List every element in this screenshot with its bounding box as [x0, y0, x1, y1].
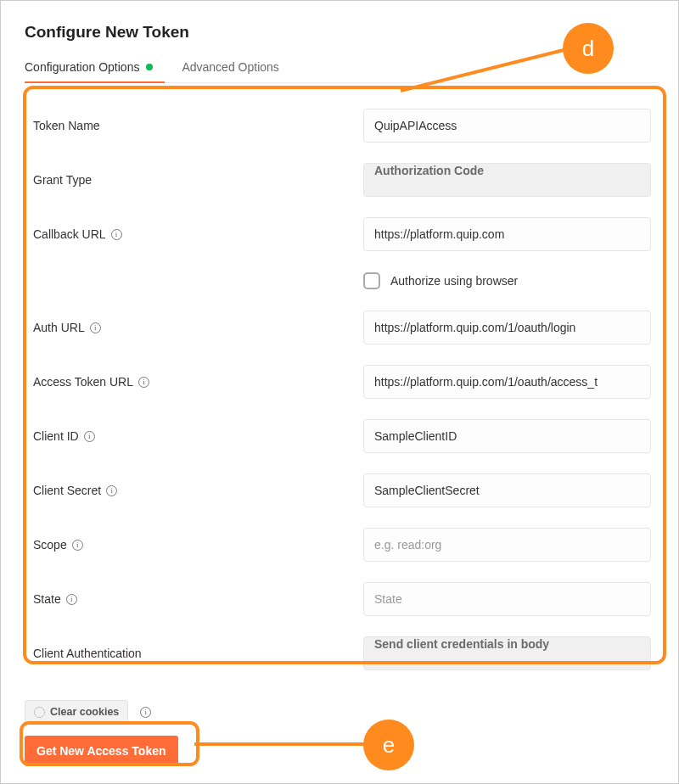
tab-configuration-options[interactable]: Configuration Options	[25, 53, 165, 82]
info-icon[interactable]: i	[140, 707, 151, 718]
info-icon[interactable]: i	[84, 431, 95, 442]
access-token-url-input[interactable]	[363, 365, 651, 399]
tabs-bar: Configuration Options Advanced Options	[25, 53, 658, 83]
scope-label: Scope i	[28, 538, 363, 552]
client-secret-label: Client Secret i	[28, 484, 363, 497]
label-text: Access Token URL	[33, 375, 133, 389]
checkbox-icon	[363, 272, 380, 289]
annotation-badge-e: e	[363, 720, 414, 770]
info-icon[interactable]: i	[106, 485, 117, 496]
scope-input[interactable]	[363, 528, 651, 562]
get-new-access-token-button[interactable]: Get New Access Token	[25, 736, 178, 766]
label-text: Client ID	[33, 429, 79, 443]
checkbox-label: Authorize using browser	[390, 274, 518, 288]
info-icon[interactable]: i	[138, 377, 149, 388]
info-icon[interactable]: i	[66, 594, 77, 605]
client-id-label: Client ID i	[28, 429, 363, 443]
clear-cookies-button[interactable]: Clear cookies	[25, 700, 128, 724]
auth-url-label: Auth URL i	[28, 321, 363, 334]
client-authentication-label: Client Authentication	[28, 647, 363, 660]
auth-url-input[interactable]	[363, 311, 651, 344]
authorize-using-browser-checkbox[interactable]: Authorize using browser	[363, 263, 651, 299]
page-title: Configure New Token	[25, 23, 658, 42]
label-text: State	[33, 592, 61, 606]
token-name-input[interactable]	[363, 109, 651, 143]
info-icon[interactable]: i	[111, 229, 122, 240]
token-name-label: Token Name	[28, 119, 363, 132]
label-text: Token Name	[33, 119, 100, 132]
info-icon[interactable]: i	[90, 322, 101, 333]
tab-label: Configuration Options	[25, 60, 139, 74]
annotation-connector-e	[194, 740, 369, 757]
label-text: Client Authentication	[33, 647, 142, 660]
client-id-input[interactable]	[363, 419, 651, 453]
label-text: Client Secret	[33, 484, 101, 497]
callback-url-label: Callback URL i	[28, 227, 363, 241]
active-dot-icon	[146, 64, 153, 70]
state-label: State i	[28, 592, 363, 606]
grant-type-label: Grant Type	[28, 173, 363, 187]
tab-label: Advanced Options	[182, 60, 278, 74]
label-text: Scope	[33, 538, 67, 552]
clear-cookies-label: Clear cookies	[50, 706, 119, 718]
grant-type-select[interactable]: Authorization Code	[363, 163, 651, 197]
token-config-form: Token Name Grant Type Authorization Code…	[25, 90, 658, 684]
info-icon[interactable]: i	[72, 540, 83, 551]
cookie-icon	[34, 707, 45, 718]
state-input[interactable]	[363, 582, 651, 616]
client-authentication-select[interactable]: Send client credentials in body	[363, 636, 651, 670]
callback-url-input[interactable]	[363, 217, 651, 251]
access-token-url-label: Access Token URL i	[28, 375, 363, 389]
label-text: Grant Type	[33, 173, 92, 187]
client-secret-input[interactable]	[363, 473, 651, 507]
tab-advanced-options[interactable]: Advanced Options	[182, 53, 290, 82]
label-text: Auth URL	[33, 321, 85, 334]
label-text: Callback URL	[33, 227, 106, 241]
